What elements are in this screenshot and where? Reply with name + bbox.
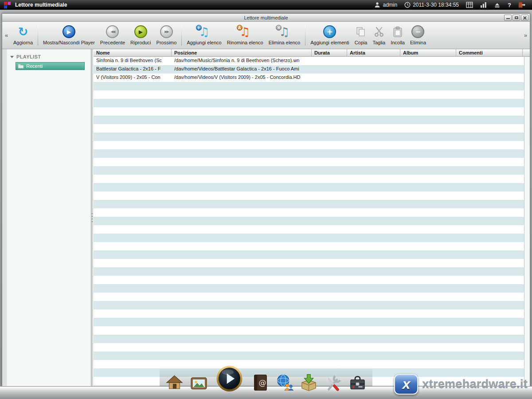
user-menu[interactable]: admin (374, 2, 397, 8)
toolbar-separator (38, 25, 38, 46)
next-icon (160, 25, 173, 38)
dock-toolbox[interactable] (348, 371, 368, 392)
eject-icon[interactable] (494, 2, 501, 8)
dock-contacts[interactable]: @ (250, 371, 270, 392)
table-row[interactable]: Battlestar Galactica - 2x16 - F /dav/hom… (94, 65, 530, 74)
cell-posizione: /dav/home/Music/Sinfonia n. 9 di Beethov… (172, 57, 312, 65)
dock-photos[interactable] (189, 371, 209, 392)
system-topbar: Lettore multimediale admin 2011-3-30 18:… (0, 0, 532, 10)
toolbar-scroll-left[interactable]: « (3, 22, 10, 49)
minimize-icon (506, 18, 510, 19)
column-header-filler (523, 49, 530, 56)
toolbox-icon (348, 373, 368, 392)
cell-durata (312, 65, 347, 74)
delete-button[interactable]: Elimina (407, 23, 429, 46)
rename-badge-icon (237, 25, 243, 31)
next-button[interactable]: Prossimo (154, 23, 180, 46)
folder-icon (18, 63, 24, 69)
cut-icon (373, 26, 385, 38)
table-body: Sinfonia n. 9 di Beethoven (Sc /dav/home… (94, 57, 530, 386)
browser-icon (275, 373, 294, 392)
previous-button[interactable]: Precedente (98, 23, 128, 46)
delete-icon (411, 25, 424, 38)
chart-icon[interactable] (480, 2, 487, 8)
dock-media-player[interactable] (215, 363, 244, 392)
media-player-icon (216, 365, 243, 392)
show-hide-player-button[interactable]: Mostra/Nascondi Player (40, 23, 98, 46)
minimize-button[interactable] (504, 15, 512, 21)
window-titlebar[interactable]: Lettore multimediale (2, 14, 530, 22)
play-icon (134, 25, 147, 38)
toolbar-group-refresh: Aggiorna (10, 22, 36, 49)
cell-commenti (456, 57, 523, 65)
application-dock: @ (164, 363, 368, 392)
column-header-commenti[interactable]: Commenti (456, 49, 523, 56)
copy-icon (355, 26, 367, 38)
close-button[interactable] (521, 15, 528, 21)
dock-browser[interactable] (274, 371, 295, 392)
cell-commenti (456, 65, 523, 74)
add-items-icon (323, 25, 336, 38)
cell-artista (347, 65, 400, 74)
downloads-icon (299, 373, 319, 392)
dock-downloads[interactable] (299, 371, 319, 392)
column-header-album[interactable]: Album (400, 49, 456, 56)
refresh-icon (18, 26, 28, 38)
track-list-panel: Nome Posizione Durata Artista Album Comm… (94, 49, 530, 386)
cell-album (400, 57, 456, 65)
logout-icon[interactable] (518, 2, 526, 8)
home-icon (165, 373, 184, 392)
column-header-artista[interactable]: Artista (347, 49, 400, 56)
table-header: Nome Posizione Durata Artista Album Comm… (94, 49, 530, 57)
refresh-button[interactable]: Aggiorna (11, 23, 35, 46)
splitter-handle-icon (92, 213, 93, 222)
contacts-icon: @ (250, 373, 270, 392)
dock-home[interactable] (164, 371, 185, 392)
media-player-window: Lettore multimediale « Aggiorna Mostra/N… (2, 13, 530, 387)
restore-icon (515, 16, 518, 19)
column-header-posizione[interactable]: Posizione (172, 49, 312, 56)
cut-button[interactable]: Taglia (370, 23, 388, 46)
sidebar-item-recenti[interactable]: Recenti (16, 62, 85, 70)
copy-button[interactable]: Copia (352, 23, 370, 46)
add-items-button[interactable]: Aggiungi elementi (308, 23, 352, 46)
watermark: xtremehardware.it (394, 374, 528, 395)
column-header-durata[interactable]: Durata (312, 49, 347, 56)
cell-album (400, 65, 456, 74)
toolbar-scroll-right[interactable]: » (522, 22, 529, 49)
help-icon[interactable]: ? (508, 2, 511, 8)
dock-tools[interactable] (323, 371, 344, 392)
cell-nome: V (Visitors 2009) - 2x05 - Con (94, 74, 172, 82)
playlist-section-header[interactable]: PLAYLIST (2, 53, 91, 62)
play-button[interactable]: Riproduci (128, 23, 153, 46)
cell-album (400, 74, 456, 82)
table-row[interactable]: V (Visitors 2009) - 2x05 - Con /dav/home… (94, 74, 530, 82)
vertical-scrollbar[interactable] (524, 57, 530, 386)
add-playlist-button[interactable]: Aggiungi elenco (184, 23, 224, 46)
datetime: 2011-3-30 18:34:55 (413, 2, 459, 8)
plus-badge-icon (196, 25, 202, 31)
cell-posizione: /dav/home/Videos/Battlestar Galactica - … (172, 65, 312, 74)
cell-durata (312, 74, 347, 82)
paste-button[interactable]: Incolla (388, 23, 407, 46)
toolbar-group-playlist: Aggiungi elenco Rinomina elenco Elimina … (183, 22, 304, 49)
table-row[interactable]: Sinfonia n. 9 di Beethoven (Sc /dav/home… (94, 57, 530, 65)
column-header-nome[interactable]: Nome (94, 49, 172, 56)
x-badge-icon (276, 25, 282, 31)
grid-icon[interactable] (466, 2, 473, 8)
restore-button[interactable] (512, 15, 520, 21)
show-hide-player-icon (63, 25, 75, 38)
topbar-title: Lettore multimediale (15, 2, 67, 8)
cell-artista (347, 74, 400, 82)
toolbar-separator (181, 25, 182, 46)
delete-playlist-icon (277, 25, 291, 39)
window-title: Lettore multimediale (244, 15, 288, 20)
tools-icon (324, 373, 343, 392)
cell-commenti (456, 74, 523, 82)
xtremehardware-logo-icon (394, 374, 418, 395)
toolbar: « Aggiorna Mostra/Nascondi Player Preced… (2, 22, 530, 49)
rename-playlist-button[interactable]: Rinomina elenco (224, 23, 266, 46)
paste-icon (392, 26, 403, 38)
delete-playlist-button[interactable]: Elimina elenco (266, 23, 303, 46)
cell-nome: Sinfonia n. 9 di Beethoven (Sc (94, 57, 172, 65)
